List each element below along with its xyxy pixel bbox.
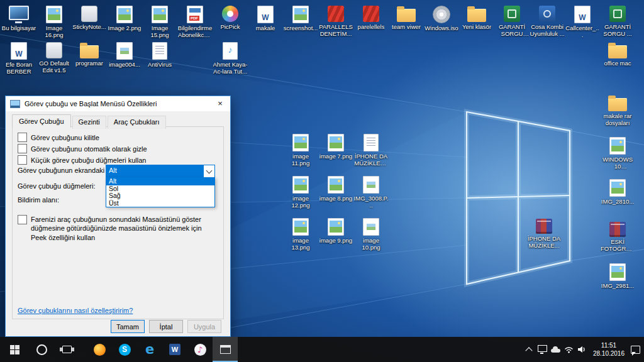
desktop-icon-yeni-klas-r[interactable]: Yeni klasör [459,4,494,39]
desktop-icon-label: Callcenter_... [565,25,600,39]
onedrive-tray-button[interactable] [549,337,562,362]
folder-icon [608,45,627,58]
desktop-icon-efe-boran-berber[interactable]: Efe Boran BERBER [1,40,36,75]
desktop-icon-label: image 12.png [284,195,318,209]
dialog-titlebar[interactable]: Görev çubuğu ve Başlat Menüsü Özellikler… [6,96,230,111]
desktop-icon-programar[interactable]: programar [72,40,107,75]
folder-icon [608,98,627,111]
network-tray-button[interactable] [562,337,575,362]
combobox-selected-value: Alt [106,165,204,177]
taskbar-help-link[interactable]: Görev çubuklarını nasıl özelleştiririm? [18,307,133,314]
start-button[interactable] [0,337,29,362]
desktop-icon-picpick[interactable]: PicPick [213,4,248,39]
checkbox-lock-taskbar[interactable] [18,133,27,142]
desktop-icon-image-10-png[interactable]: image 10.png [353,216,389,251]
image-icon [328,218,344,236]
taskbar-button-word[interactable]: W [162,337,187,362]
desktop-icon-image-2-png[interactable]: Image 2.png [107,4,142,39]
desktop-icon-image-11-png[interactable]: image 11.png [283,132,318,167]
autohide-taskbar-row: Görev çubuğunu otomatik olarak gizle [18,144,147,153]
desktop-icon-image-12-png[interactable]: image 12.png [283,174,318,209]
checkbox-autohide-taskbar[interactable] [18,144,27,153]
checkbox-use-peek[interactable] [18,215,27,224]
desktop-icon-img-2810[interactable]: IMG_2810... [600,177,635,219]
desktop-icon-i-phone-da-m-zi-kle[interactable]: İPHONE DA MÜZİKLE... [526,216,562,250]
desktop-icon-parelellels[interactable]: parelellels [353,4,389,39]
taskbar-button-task-view[interactable] [54,337,79,362]
desktop: Bu bilgisayarImage 16.pngStickyNote...Im… [0,0,644,362]
notification-icon [631,346,640,354]
desktop-icon-makale[interactable]: makale [248,4,283,39]
checkbox-small-taskbar-buttons[interactable] [18,155,27,165]
desktop-icon-garanti-sorgu[interactable]: GARANTİ SORGU ... [600,4,635,39]
desktop-icon-office-mac[interactable]: office mac [600,40,635,75]
display-tray-button[interactable] [536,337,549,362]
desktop-icon-go-default-edit-v1-5[interactable]: GO Default Edit v1.5 [36,40,72,75]
ok-button[interactable]: Tamam [111,320,145,333]
dropdown-option-alt[interactable]: Alt [106,178,214,185]
desktop-icon-label: image 9.png [319,238,352,244]
image-icon [152,6,168,23]
desktop-icon-image-15-png[interactable]: Image 15.png [142,4,177,39]
taskbar-button-skype[interactable]: S [112,337,137,362]
skype-icon: S [119,344,131,356]
desktop-icon-bu-bilgisayar[interactable]: Bu bilgisayar [1,4,36,39]
show-hidden-icons-button[interactable] [523,337,536,362]
desktop-icon-image-9-png[interactable]: image 9.png [318,216,353,251]
desktop-icon-image-13-png[interactable]: image 13.png [283,216,318,251]
taskbar-location-combobox[interactable]: Alt [106,165,215,178]
desktop-icon-bilgilendirme-abonelikcal[interactable]: Bilgilendirme Abonelikcal... [177,4,213,39]
desktop-icon-label: office mac [604,60,631,67]
taskbar-button-itunes[interactable]: ♪ [187,337,213,362]
apply-button[interactable]: Uygula [187,320,221,333]
taskbar-button-edge[interactable]: e [137,337,162,362]
taskbar-button-search[interactable] [29,337,54,362]
cancel-button[interactable]: İptal [149,320,183,333]
close-button[interactable]: × [210,96,230,111]
desktop-icon-label: screenshot... [284,25,318,32]
tab-gezinti[interactable]: Gezinti [72,116,106,129]
desktop-icon-img-2981[interactable]: IMG_2981... [600,261,635,304]
desktop-icon-label: GO Default Edit v1.5 [37,60,72,74]
taskbar-button-firefox[interactable] [87,337,112,362]
text-doc-icon [364,134,379,151]
desktop-icon-antivirus[interactable]: AntiVirus [142,40,177,75]
desktop-icon-screenshot[interactable]: screenshot... [283,4,318,39]
tab-arac-cubuklari[interactable]: Araç Çubukları [108,116,166,129]
image-icon [328,176,344,194]
desktop-icon-garanti-sorgu-h10[interactable]: GARANTİ SORGU H10... [494,4,530,39]
desktop-icon-cosa-kombi-uyumluluk[interactable]: Cosa Kombi Uyumluluk ... [530,4,565,39]
desktop-icon-img-3008-p[interactable]: IMG_3008.P... [353,174,389,209]
desktop-icon-parallels-deneti-m[interactable]: PARALLELS DENETİM... [318,4,353,39]
cloud-icon [551,349,560,353]
image-icon [609,263,626,281]
dropdown-option-ust[interactable]: Üst [106,200,214,207]
desktop-icon-team-viwer[interactable]: team viwer [389,4,424,39]
desktop-icon-makale-rar-dosyalar[interactable]: makale rar dosyaları [600,93,635,135]
desktop-icon-ahmet-kaya-ac-lara-tut[interactable]: Ahmet Kaya-Ac-lara Tut... [213,40,248,75]
desktop-icon-eski-foto-raf[interactable]: ESKİ FOTOĞRAF... [600,219,635,261]
app-red-icon [328,6,344,22]
dropdown-option-sag[interactable]: Sağ [106,192,214,200]
app-green-icon [609,6,626,22]
music-icon [223,42,238,60]
desktop-icon-label: IMG_2810... [601,199,634,206]
desktop-icon-image-16-png[interactable]: Image 16.png [36,4,72,39]
desktop-icon-windows-iso[interactable]: Windows.iso [424,4,459,39]
desktop-icon-image-7-png[interactable]: image 7.png [318,132,353,167]
volume-tray-button[interactable] [575,337,589,362]
tray-date: 28.10.2016 [593,349,625,358]
image-icon [292,176,309,194]
desktop-icon-callcenter[interactable]: Callcenter_... [565,4,600,39]
desktop-icon-stickynote[interactable]: StickyNote... [72,4,107,39]
action-center-button[interactable] [629,337,642,362]
tab-gorev-cubugu[interactable]: Görev Çubuğu [12,114,71,128]
desktop-icon-image-8-png[interactable]: image 8.png [318,174,353,209]
taskbar-clock[interactable]: 11:51 28.10.2016 [589,341,629,358]
dropdown-option-sol[interactable]: Sol [106,185,214,193]
chevron-down-icon[interactable] [204,165,214,177]
taskbar-button-taskbar-properties[interactable] [213,337,238,362]
desktop-icon-i-phone-da-m-zi-kleri[interactable]: İPHONE DA MÜZİKLERİ... [353,132,389,167]
desktop-icon-windows-10-ba-lat[interactable]: WINDOWS 10 BAŞLAT... [600,135,635,177]
desktop-icon-image004[interactable]: image004... [107,40,142,75]
